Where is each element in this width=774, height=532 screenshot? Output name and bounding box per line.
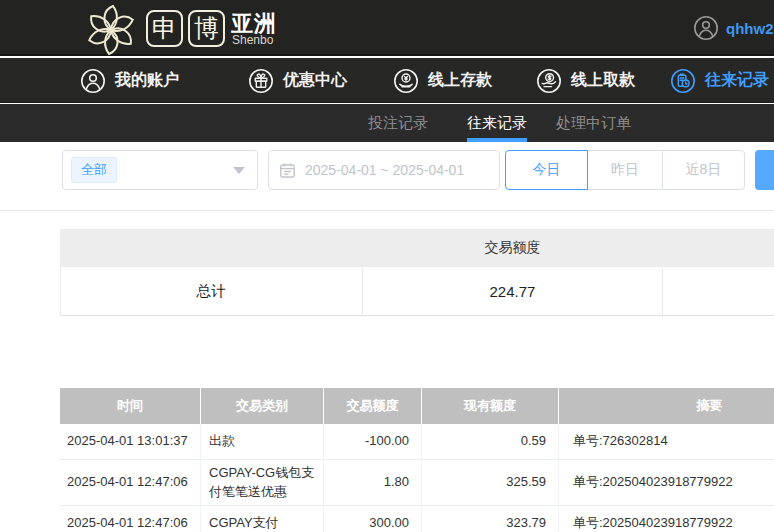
search-button[interactable] bbox=[755, 150, 774, 190]
gift-icon bbox=[248, 68, 274, 94]
table-row: 2025-04-01 12:47:06 CGPAY-CG钱包支付笔笔送优惠 1.… bbox=[60, 460, 774, 506]
brand-char-box-1: 申 bbox=[146, 10, 183, 47]
last-8-days-button[interactable]: 近8日 bbox=[662, 150, 745, 190]
sub-nav-band: 投注记录 往来记录 处理中订单 bbox=[0, 104, 774, 142]
user-circle-icon bbox=[80, 68, 106, 94]
transactions-header-row: 时间 交易类别 交易额度 现有额度 摘要 bbox=[60, 388, 774, 424]
tab-pending-orders[interactable]: 处理中订单 bbox=[556, 104, 631, 142]
brand-flower-icon bbox=[82, 0, 140, 58]
nav-label: 我的账户 bbox=[115, 70, 179, 91]
transactions-table: 时间 交易类别 交易额度 现有额度 摘要 2025-04-01 13:01:37… bbox=[60, 388, 774, 532]
summary-table: 交易额度 总计 224.77 bbox=[60, 229, 774, 316]
nav-label: 往来记录 bbox=[705, 70, 769, 91]
cell-time: 2025-04-01 13:01:37 bbox=[60, 424, 201, 459]
column-header-memo: 摘要 bbox=[559, 388, 774, 424]
brand-char-2: 博 bbox=[194, 12, 219, 45]
deposit-icon bbox=[393, 68, 419, 94]
brand-char-box-2: 博 bbox=[188, 10, 225, 47]
cell-memo: 单号:726302814 bbox=[559, 424, 774, 459]
cell-type: 出款 bbox=[201, 424, 324, 459]
tab-betting-records[interactable]: 投注记录 bbox=[368, 104, 428, 142]
username-text: qhhw2 bbox=[726, 20, 774, 37]
cell-type: CGPAY支付 bbox=[201, 506, 324, 532]
brand-char-1: 申 bbox=[152, 12, 177, 45]
selected-type-tag[interactable]: 全部 bbox=[71, 157, 117, 183]
chevron-down-icon bbox=[233, 167, 245, 174]
user-account-link[interactable]: qhhw2 bbox=[693, 15, 774, 41]
nav-item-transaction-records[interactable]: 往来记录 bbox=[670, 58, 769, 103]
cell-amount: -100.00 bbox=[324, 424, 422, 459]
today-button[interactable]: 今日 bbox=[505, 150, 588, 190]
cell-type: CGPAY-CG钱包支付笔笔送优惠 bbox=[201, 460, 324, 505]
brand-name-en: Shenbo bbox=[232, 33, 273, 47]
summary-empty-cell bbox=[663, 267, 774, 315]
cell-time: 2025-04-01 12:47:06 bbox=[60, 506, 201, 532]
nav-item-online-deposit[interactable]: 线上存款 bbox=[393, 58, 492, 103]
nav-label: 优惠中心 bbox=[283, 70, 347, 91]
summary-total-row: 总计 224.77 bbox=[60, 267, 774, 316]
nav-label: 线上取款 bbox=[571, 70, 635, 91]
cell-balance: 0.59 bbox=[422, 424, 559, 459]
summary-total-value: 224.77 bbox=[363, 267, 664, 315]
cell-time: 2025-04-01 12:47:06 bbox=[60, 460, 201, 505]
cell-memo: 单号:202504023918779922 bbox=[559, 506, 774, 532]
cell-balance: 323.79 bbox=[422, 506, 559, 532]
column-header-balance: 现有额度 bbox=[422, 388, 559, 424]
yesterday-button[interactable]: 昨日 bbox=[588, 150, 662, 190]
transaction-type-select[interactable]: 全部 bbox=[62, 150, 258, 190]
column-header-time: 时间 bbox=[60, 388, 201, 424]
summary-header-label: 交易额度 bbox=[362, 229, 663, 267]
column-header-type: 交易类别 bbox=[201, 388, 324, 424]
nav-label: 线上存款 bbox=[428, 70, 492, 91]
cell-balance: 325.59 bbox=[422, 460, 559, 505]
cell-memo: 单号:202504023918779922 bbox=[559, 460, 774, 505]
nav-item-my-account[interactable]: 我的账户 bbox=[80, 58, 179, 103]
tab-transaction-records[interactable]: 往来记录 bbox=[467, 104, 527, 142]
nav-item-promotions[interactable]: 优惠中心 bbox=[248, 58, 347, 103]
date-range-input[interactable]: 2025-04-01 ~ 2025-04-01 bbox=[268, 150, 500, 190]
table-row: 2025-04-01 13:01:37 出款 -100.00 0.59 单号:7… bbox=[60, 424, 774, 460]
table-row: 2025-04-01 12:47:06 CGPAY支付 300.00 323.7… bbox=[60, 506, 774, 532]
user-avatar-icon bbox=[693, 15, 719, 41]
cell-amount: 1.80 bbox=[324, 460, 422, 505]
filter-separator bbox=[0, 210, 774, 211]
date-range-value: 2025-04-01 ~ 2025-04-01 bbox=[305, 162, 464, 178]
cell-amount: 300.00 bbox=[324, 506, 422, 532]
withdraw-icon bbox=[536, 68, 562, 94]
summary-header-row: 交易额度 bbox=[60, 229, 774, 267]
main-nav-band: 我的账户 优惠中心 线上存款 bbox=[0, 58, 774, 103]
summary-total-label: 总计 bbox=[61, 267, 363, 315]
calendar-icon bbox=[279, 162, 296, 179]
top-header-band: 申 博 亚洲 Shenbo qhhw2 bbox=[0, 0, 774, 56]
records-icon bbox=[670, 68, 696, 94]
quick-date-button-group: 今日 昨日 近8日 bbox=[505, 150, 745, 190]
nav-item-online-withdrawal[interactable]: 线上取款 bbox=[536, 58, 635, 103]
column-header-amount: 交易额度 bbox=[324, 388, 422, 424]
